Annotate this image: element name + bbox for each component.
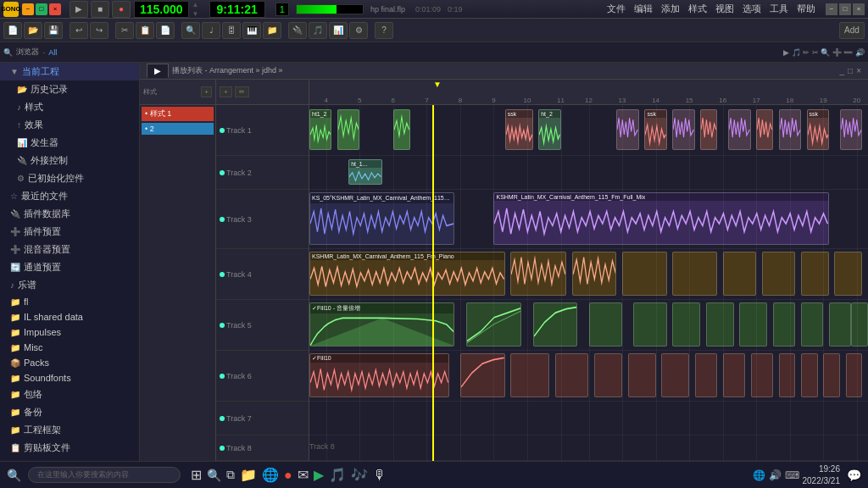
clip-4-5[interactable] <box>672 252 717 296</box>
clip-5-3[interactable] <box>533 302 578 347</box>
app-icon-1[interactable]: ● <box>284 468 292 483</box>
clip-5-5[interactable] <box>633 302 667 347</box>
app-icon-2[interactable]: ▶ <box>314 467 324 483</box>
sidebar-item-mixer-preset[interactable]: ➕ 混音器预置 <box>0 241 139 258</box>
clip-4-6[interactable] <box>723 252 757 296</box>
clip-1-r6[interactable] <box>779 109 801 150</box>
clip-1-ht2[interactable]: ht_2 <box>538 109 560 150</box>
arr-close[interactable]: × <box>856 66 861 75</box>
clip-5-11[interactable] <box>829 302 851 347</box>
sidebar-item-generator[interactable]: 📊 发生器 <box>0 134 139 152</box>
clip-5-7[interactable] <box>706 302 734 347</box>
taskbar-search[interactable]: 在这里输入你要搜索的内容 <box>28 467 181 483</box>
clip-6-12[interactable] <box>801 353 818 397</box>
minimize-button[interactable]: − <box>22 3 34 15</box>
menu-help[interactable]: 帮助 <box>797 3 815 15</box>
app-icon-5[interactable]: 🎙 <box>373 468 387 483</box>
clip-6-10[interactable] <box>751 353 773 397</box>
mixer-button[interactable]: 🎛 <box>222 22 241 39</box>
midi-button[interactable]: 🎵 <box>309 22 327 39</box>
app-icon-3[interactable]: 🎵 <box>329 467 346 483</box>
browser-toggle[interactable]: 📁 <box>263 22 281 39</box>
app-minimize[interactable]: − <box>826 3 837 15</box>
track-row-1[interactable]: Track 1 <box>216 105 309 156</box>
clip-6-14[interactable] <box>846 353 863 397</box>
settings-button[interactable]: ⚙ <box>349 22 368 39</box>
save-button[interactable]: 💾 <box>44 22 63 39</box>
clip-6-7[interactable] <box>661 353 689 397</box>
clip-1-r4[interactable] <box>728 109 750 150</box>
task-view-icon[interactable]: ⧉ <box>226 468 235 482</box>
menu-edit[interactable]: 编辑 <box>634 3 653 15</box>
plugin-button[interactable]: 🔌 <box>288 22 307 39</box>
sidebar-item-external[interactable]: 🔌 外接控制 <box>0 152 139 169</box>
clip-1-r2[interactable] <box>672 109 694 150</box>
clip-4-7[interactable] <box>762 252 796 296</box>
sidebar-item-envelope[interactable]: 📁 包络 <box>0 385 139 403</box>
stop-button[interactable]: ■ <box>91 1 109 18</box>
taskbar-time-display[interactable]: 19:26 2022/3/21 <box>803 463 841 487</box>
menu-tools[interactable]: 工具 <box>770 3 788 15</box>
pattern-item-2[interactable]: • 2 <box>142 123 214 135</box>
open-button[interactable]: 📂 <box>24 22 42 39</box>
pattern-item-1[interactable]: • 样式 1 <box>142 107 214 121</box>
sidebar-item-soundfonts[interactable]: 📁 Soundfonts <box>0 370 139 385</box>
clip-1-r1[interactable] <box>616 109 638 150</box>
clip-1-3[interactable] <box>393 109 410 150</box>
clip-5-6[interactable] <box>672 302 700 347</box>
clip-1-2[interactable] <box>337 109 359 150</box>
sidebar-item-fl[interactable]: 📁 fl <box>0 294 139 309</box>
arr-maximize[interactable]: □ <box>848 66 853 75</box>
sidebar-item-score[interactable]: ♪ 乐谱 <box>0 276 139 294</box>
help-btn[interactable]: ? <box>375 22 393 39</box>
clip-1-r7[interactable]: ssk <box>807 109 829 150</box>
copy-button[interactable]: 📋 <box>136 22 154 39</box>
clip-5-2[interactable] <box>466 302 522 347</box>
record-button[interactable]: ● <box>112 1 131 18</box>
clip-6-11[interactable] <box>779 353 796 397</box>
clip-4-2[interactable] <box>510 252 566 296</box>
paste-button[interactable]: 📄 <box>156 22 175 39</box>
sidebar-item-misc[interactable]: 📁 Misc <box>0 340 139 355</box>
clip-4-4[interactable] <box>622 252 667 296</box>
clip-6-13[interactable] <box>823 353 840 397</box>
search-taskbar-icon[interactable]: 🔍 <box>207 469 221 482</box>
clip-2-1[interactable]: ht_1... <box>348 159 382 185</box>
app-close[interactable]: × <box>853 3 865 15</box>
sidebar-item-impulses[interactable]: 📁 Impulses <box>0 324 139 340</box>
sidebar-item-plugin-db[interactable]: 🔌 插件数据库 <box>0 205 139 223</box>
zoom-in-button[interactable]: 🔍 <box>181 22 200 39</box>
menu-options[interactable]: 选项 <box>743 3 761 15</box>
volume-icon[interactable]: 🔊 <box>769 469 782 481</box>
sidebar-item-backup[interactable]: 📁 备份 <box>0 403 139 421</box>
clip-6-9[interactable] <box>723 353 745 397</box>
menu-view[interactable]: 视图 <box>715 3 734 15</box>
ruler[interactable]: 4 5 6 7 8 9 10 11 12 13 14 15 16 17 <box>309 80 868 105</box>
menu-file[interactable]: 文件 <box>607 3 626 15</box>
bpm-display[interactable]: 115.000 <box>134 1 189 18</box>
app-icon-4[interactable]: 🎶 <box>351 467 368 483</box>
track-row-3[interactable]: Track 3 <box>216 190 309 249</box>
clip-6-8[interactable] <box>695 353 717 397</box>
mail-icon[interactable]: ✉ <box>298 467 309 483</box>
windows-icon[interactable]: ⊞ <box>191 467 202 483</box>
track-row-2[interactable]: Track 2 <box>216 156 309 190</box>
filter-label[interactable]: All <box>48 48 57 57</box>
file-explorer-icon[interactable]: 📁 <box>240 467 257 483</box>
redo-button[interactable]: ↪ <box>90 22 108 39</box>
clip-5-10[interactable] <box>801 302 823 347</box>
clip-4-8[interactable] <box>801 252 829 296</box>
clip-6-1[interactable]: ✓Fill10 <box>309 353 449 397</box>
piano-button[interactable]: 🎹 <box>242 22 261 39</box>
app-maximize[interactable]: □ <box>839 3 851 15</box>
clip-1-1[interactable]: ht1_2 <box>309 109 331 150</box>
clip-5-4[interactable] <box>589 302 623 347</box>
track-row-6[interactable]: Track 6 <box>216 351 309 402</box>
sidebar-item-project-frame[interactable]: 📁 工程框架 <box>0 421 139 439</box>
track-row-8[interactable]: Track 8 <box>216 435 309 461</box>
sidebar-item-history[interactable]: 📂 历史记录 <box>0 80 139 98</box>
tracks-area[interactable]: ht1_2 <box>309 105 868 461</box>
undo-button[interactable]: ↩ <box>70 22 88 39</box>
clip-4-9[interactable] <box>834 252 862 296</box>
network-icon[interactable]: 🌐 <box>753 469 765 481</box>
